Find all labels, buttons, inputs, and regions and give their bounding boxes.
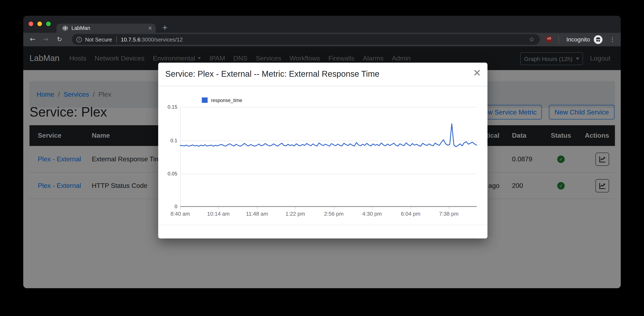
y-axis-line [180,107,180,209]
browser-menu-icon[interactable]: ⋮ [610,36,615,43]
window-minimize-button[interactable] [37,21,42,26]
globe-favicon-icon [62,25,68,31]
legend-label: response_time [211,98,242,103]
window-close-button[interactable] [29,21,33,26]
toolbar-separator [558,36,559,43]
x-tick-label: 11:48 am [246,211,268,217]
url-divider [116,36,117,42]
modal-title: Service: Plex - External -- Metric: Exte… [165,69,379,79]
y-tick-label: 0 [161,204,177,209]
modal-footer [158,225,488,225]
chart-legend: response_time [202,97,242,103]
gridline [180,107,477,107]
browser-toolbar: ← → ↻ i Not Secure 10.7.5.6 :3000/servic… [23,33,621,46]
x-tick-label: 4:30 pm [362,211,382,217]
x-tick-label: 2:56 pm [324,211,344,217]
modal-header: Service: Plex - External -- Metric: Exte… [158,63,488,86]
new-tab-button[interactable]: + [162,23,168,31]
page: LabMan Hosts Network Devices Environment… [23,46,621,288]
tab-close-icon[interactable]: × [148,25,152,31]
url-host: 10.7.5.6 [121,36,140,42]
gridline [180,174,477,174]
gridline [180,141,477,141]
tab-title: LabMan [72,25,90,31]
back-icon[interactable]: ← [30,36,36,43]
y-tick-label: 0.15 [161,104,177,110]
info-icon[interactable]: i [76,37,82,42]
close-icon[interactable]: × [473,68,481,78]
bookmark-star-icon[interactable]: ☆ [529,36,534,43]
x-tick-label: 8:40 am [170,211,190,217]
x-tick-label: 10:14 am [207,211,230,217]
x-axis-line [180,206,477,207]
y-tick-label: 0.1 [161,138,177,144]
response-line [180,124,477,147]
x-tick-label: 6:04 pm [401,211,420,217]
incognito-icon [594,35,602,44]
legend-swatch [202,97,208,103]
url-path: :3000/services/12 [140,36,183,42]
browser-tab[interactable]: LabMan × [56,24,156,33]
window-zoom-button[interactable] [46,21,51,26]
screen: LabMan × + ← → ↻ i Not Secure 10.7.5.6 :… [0,0,644,316]
reload-icon[interactable]: ↻ [57,36,62,42]
y-tick-label: 0.05 [161,171,177,177]
metric-graph-modal: Service: Plex - External -- Metric: Exte… [158,63,488,238]
forward-icon[interactable]: → [43,36,48,43]
address-bar[interactable]: i Not Secure 10.7.5.6 :3000/services/12 [72,34,540,45]
ublock-extension-icon[interactable]: uO [546,36,552,43]
x-tick-label: 7:38 pm [439,211,458,217]
security-label: Not Secure [85,36,112,42]
tab-strip: LabMan × + [23,16,621,33]
x-tick-label: 1:22 pm [286,211,305,217]
browser-window: LabMan × + ← → ↻ i Not Secure 10.7.5.6 :… [23,16,621,288]
incognito-label: Incognito [566,36,590,43]
